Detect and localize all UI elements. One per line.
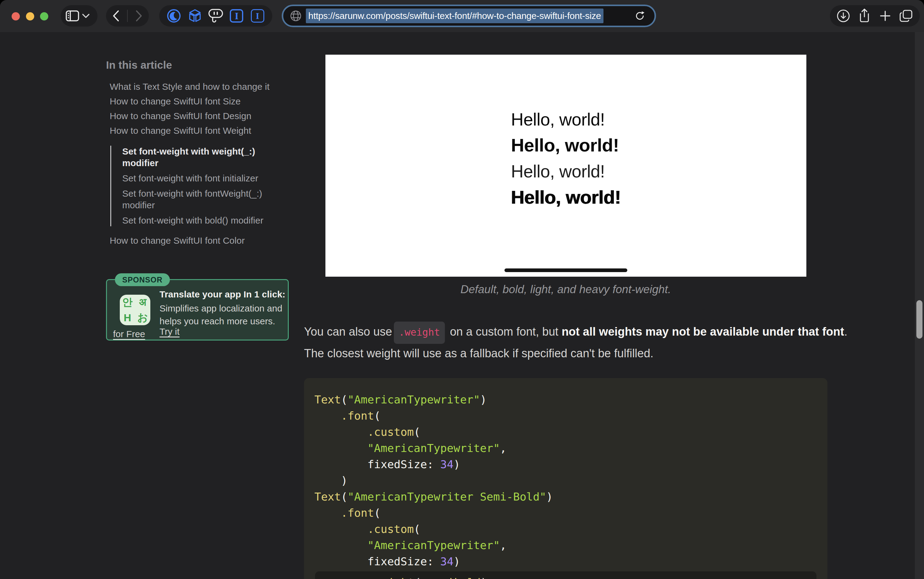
sponsor-box: SPONSOR 안अHお Translate your app In 1 cli… [106,279,289,340]
cube-extension-button[interactable] [187,7,203,25]
swift-code-block: Text("AmericanTypewriter") .font( .custo… [304,378,827,579]
code-line-4: fixedSize: 34) [304,456,827,473]
toc-sublink-1[interactable]: Set font-weight with font initializer [122,173,272,184]
code-token: ) [546,491,553,503]
browser-toolbar: I I https://sarunw.com/posts/swiftui-tex… [0,0,924,32]
i-badge-icon: I [230,9,243,23]
sidebar-toggle-button[interactable] [66,7,79,25]
code-token: ) [481,576,487,579]
code-token: fixedSize: [315,555,440,568]
toc-link-bottom-0[interactable]: How to change SwiftUI font Color [106,235,279,247]
new-tab-button[interactable] [877,7,893,25]
zoom-window-button[interactable] [40,12,48,20]
hello-world-lines: Hello, world!Hello, world!Hello, world!H… [511,109,621,213]
translate-app-icon: 안अHお [120,295,150,325]
code-token [315,442,367,455]
i-badge-icon-2: I [251,9,264,23]
sidebar-button-group [61,5,97,26]
highlighted-code-line: .weight(.semibold) [315,574,816,579]
sidebar-icon [66,10,79,21]
toc-link-top-1[interactable]: How to change SwiftUI font Size [106,96,279,107]
moon-icon [167,8,181,23]
code-token [315,507,341,519]
chevron-left-icon [112,10,120,22]
downloads-button[interactable] [836,7,851,25]
toc-link-top-0[interactable]: What is Text Style and how to change it [106,81,279,93]
code-token: ( [374,507,381,519]
toc-link-top-3[interactable]: How to change SwiftUI font Weight [106,125,279,136]
nav-divider [127,10,128,22]
paragraph-seg2: on a custom font, but [447,325,562,338]
i-badge-extension-button[interactable]: I [229,7,244,25]
weight-inline-code: .weight [394,322,445,344]
chevron-down-icon [82,13,90,18]
sponsor-body-line2: helps you reach more users. Try it [159,316,288,337]
sponsor-headline: Translate your app In 1 click: [159,289,285,299]
code-token: "AmericanTypewriter Semi-Bold" [347,491,546,503]
code-token: .font [341,507,374,519]
code-token: ( [414,523,421,535]
code-token: 34 [440,555,454,568]
toc-sub-links: Set font-weight with weight(_:) modifier… [110,146,272,226]
code-token: "AmericanTypewriter" [367,442,500,455]
translate-glyph-0: 안 [120,295,135,310]
plug-extension-button[interactable] [208,7,224,25]
code-token: ( [414,576,421,579]
toc-link-top-2[interactable]: How to change SwiftUI font Design [106,110,279,122]
code-token: Text [315,393,341,406]
toc-sublink-3[interactable]: Set font-weight with bold() modifier [122,215,272,226]
code-token: fixedSize: [315,458,440,471]
sponsor-try-link-part1[interactable]: Try it [159,326,180,337]
hello-world-light: Hello, world! [511,161,621,182]
tab-overview-button[interactable] [898,7,914,25]
code-token: .semibold [421,576,481,579]
code-token: ( [341,393,348,406]
code-token: 34 [440,458,454,471]
toc-heading: In this article [106,59,279,71]
reload-button[interactable] [632,7,648,25]
tab-overview-icon [899,9,914,23]
forward-button[interactable] [131,7,147,25]
i-badge-extension-button-2[interactable]: I [250,7,265,25]
page-scrollbar-thumb[interactable] [916,300,922,339]
translate-glyph-2: H [120,310,135,325]
globe-icon [290,10,301,22]
sponsor-body-line2-text: helps you reach more users. [159,316,275,326]
paragraph-seg1: You can also use [304,325,392,338]
sponsor-badge: SPONSOR [115,273,170,286]
code-token: ( [414,426,421,438]
code-token [315,539,367,551]
share-button[interactable] [857,7,872,25]
sponsor-body-line1: Simplifies app localization and [159,303,282,314]
sponsor-try-link-part2[interactable]: for Free [113,329,145,339]
sidebar-menu-chevron[interactable] [79,7,93,25]
code-line-8: .custom( [304,521,827,537]
code-token: , [500,539,506,551]
close-window-button[interactable] [11,12,20,20]
plus-icon [879,10,891,22]
code-token: ( [374,409,381,422]
code-line-7: .font( [304,505,827,521]
toc-bottom-links: How to change SwiftUI font Color [106,235,279,247]
url-text-selected[interactable]: https://sarunw.com/posts/swiftui-text-fo… [306,8,603,23]
extensions-button-group: I I [159,5,272,26]
code-line-9: "AmericanTypewriter", [304,537,827,553]
back-button[interactable] [108,7,124,25]
image-caption: Default, bold, light, and heavy font-wei… [304,283,827,296]
code-token: , [500,442,506,455]
toc-sublink-2[interactable]: Set font-weight with fontWeight(_:) modi… [122,188,272,211]
minimize-window-button[interactable] [26,12,34,20]
moon-extension-button[interactable] [166,7,182,25]
translate-glyph-1: अ [135,295,150,310]
code-token: "AmericanTypewriter" [347,393,480,406]
code-token [315,426,367,438]
toc-sublink-0[interactable]: Set font-weight with weight(_:) modifier [122,146,272,169]
nav-button-group [106,5,149,26]
code-token: ) [480,393,487,406]
article-paragraph: You can also use.weight on a custom font… [304,322,848,363]
address-bar[interactable]: https://sarunw.com/posts/swiftui-text-fo… [282,5,656,27]
code-token: .font [341,409,374,422]
reload-icon [634,10,645,22]
highlighted-code-row: .weight(.semibold) [315,571,816,579]
page-content: In this article What is Text Style and h… [0,32,924,579]
